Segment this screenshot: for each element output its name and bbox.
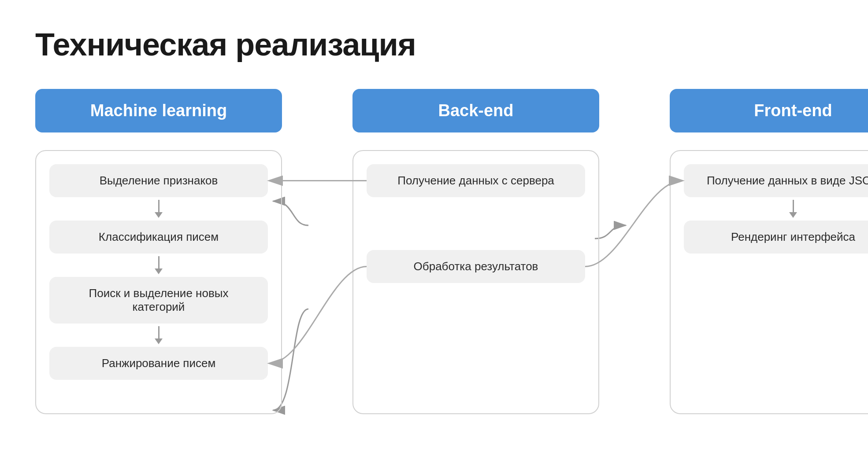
frontend-arrow-1 xyxy=(789,200,797,218)
column-ml: Machine learning Выделение признаков Кла… xyxy=(35,89,282,414)
ml-step-1: Выделение признаков xyxy=(49,164,268,197)
column-frontend: Front-end Получение данных в виде JSON Р… xyxy=(670,89,868,414)
ml-step-2: Классификация писем xyxy=(49,221,268,254)
frontend-box: Получение данных в виде JSON Рендеринг и… xyxy=(670,150,868,414)
ml-step-3: Поиск и выделение новых категорий xyxy=(49,277,268,324)
diagram: Machine learning Выделение признаков Кла… xyxy=(35,89,833,414)
frontend-header: Front-end xyxy=(670,89,868,132)
backend-box: Получение данных с сервера Обработка рез… xyxy=(352,150,599,414)
backend-header: Back-end xyxy=(352,89,599,132)
frontend-header-text: Front-end xyxy=(754,101,832,120)
ml-header-text: Machine learning xyxy=(90,101,227,120)
ml-step-4: Ранжирование писем xyxy=(49,347,268,380)
ml-arrow-2 xyxy=(155,256,163,274)
ml-header: Machine learning xyxy=(35,89,282,132)
frontend-step-2: Рендеринг интерфейса xyxy=(684,221,868,254)
frontend-step-1: Получение данных в виде JSON xyxy=(684,164,868,197)
column-backend: Back-end Получение данных с сервера Обра… xyxy=(352,89,599,414)
ml-box: Выделение признаков Классификация писем … xyxy=(35,150,282,414)
page-title: Техническая реализация xyxy=(35,26,833,63)
backend-step-1: Получение данных с сервера xyxy=(367,164,585,197)
ml-arrow-1 xyxy=(155,200,163,218)
backend-header-text: Back-end xyxy=(438,101,513,120)
backend-step-2: Обработка результатов xyxy=(367,250,585,283)
ml-arrow-3 xyxy=(155,326,163,344)
